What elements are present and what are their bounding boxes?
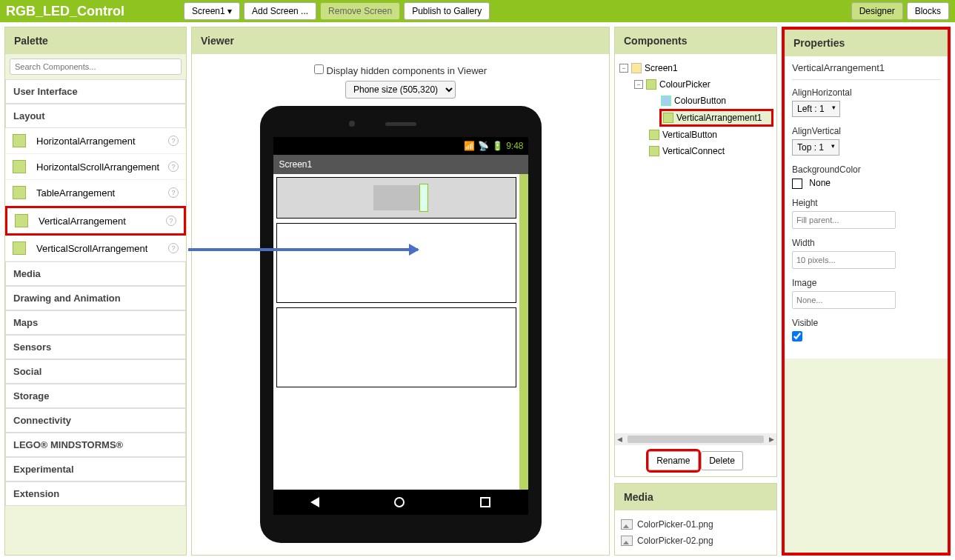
palette-cat-layout[interactable]: Layout (5, 104, 186, 128)
delete-button[interactable]: Delete (701, 451, 743, 470)
screen-main[interactable] (273, 174, 519, 490)
component-buttons: Rename Delete (615, 445, 776, 476)
vertical-arrangement-preview[interactable] (419, 184, 428, 212)
add-screen-button[interactable]: Add Screen ... (244, 2, 316, 20)
rename-button[interactable]: Rename (648, 451, 698, 470)
layout-icon (649, 130, 659, 140)
palette-cat-lego[interactable]: LEGO® MINDSTORMS® (5, 433, 186, 457)
media-panel: Media ColorPicker-01.png ColorPicker-02.… (614, 483, 777, 556)
image-input[interactable] (792, 291, 896, 309)
align-vertical-select[interactable]: Top : 1 (792, 139, 839, 156)
palette-cat-drawing[interactable]: Drawing and Animation (5, 286, 186, 310)
palette-cat-user-interface[interactable]: User Interface (5, 79, 186, 104)
align-horizontal-select[interactable]: Left : 1 (792, 101, 840, 117)
colour-picker-preview[interactable] (276, 177, 516, 219)
media-item[interactable]: ColorPicker-02.png (621, 533, 771, 549)
app-title: RGB_LED_Control (6, 4, 124, 19)
scroll-right-icon[interactable]: ▶ (767, 436, 776, 443)
screen-dropdown[interactable]: Screen1 ▾ (184, 2, 240, 20)
colour-button-preview[interactable] (373, 185, 419, 210)
scroll-left-icon[interactable]: ◀ (615, 436, 625, 443)
scroll-track[interactable] (628, 436, 764, 443)
palette-cat-connectivity[interactable]: Connectivity (5, 408, 186, 433)
blocks-tab[interactable]: Blocks (907, 2, 949, 20)
palette-item-label: VerticalArrangement (39, 216, 126, 227)
screen-icon (631, 63, 642, 73)
tree-vertical-arrangement1[interactable]: VerticalArrangement1 (659, 109, 773, 127)
prop-visible: Visible (792, 318, 940, 344)
designer-tab[interactable]: Designer (851, 2, 903, 20)
palette-cat-experimental[interactable]: Experimental (5, 457, 186, 481)
prop-image: Image (792, 278, 940, 309)
palette-item-table[interactable]: TableArrangement ? (5, 180, 186, 206)
layout-icon (13, 241, 26, 255)
media-list: ColorPicker-01.png ColorPicker-02.png (615, 510, 776, 555)
prop-align-horizontal: AlignHorizontal Left : 1 (792, 87, 940, 117)
tree-hscroll[interactable]: ◀ ▶ (615, 433, 776, 445)
vertical-button-preview[interactable] (276, 223, 516, 303)
status-time: 9:48 (506, 141, 523, 151)
tree-screen1[interactable]: − Screen1 (618, 60, 773, 76)
battery-icon: 🔋 (492, 141, 503, 151)
palette-cat-maps[interactable]: Maps (5, 310, 186, 335)
palette-cat-media[interactable]: Media (5, 261, 186, 286)
collapse-icon[interactable]: − (619, 64, 628, 73)
screen-title-bar: Screen1 (273, 155, 528, 174)
help-icon[interactable]: ? (168, 161, 179, 172)
hidden-components-label[interactable]: Display hidden components in Viewer (314, 65, 487, 76)
visible-checkbox[interactable] (792, 331, 802, 341)
layout-icon (649, 146, 659, 156)
palette-item-horizontal[interactable]: HorizontalArrangement ? (5, 128, 186, 154)
properties-header: Properties (785, 30, 948, 56)
image-icon (621, 536, 633, 546)
properties-body: VerticalArrangement1 AlignHorizontal Lef… (785, 56, 948, 359)
phone-size-select[interactable]: Phone size (505,320) (345, 81, 456, 99)
viewer-controls: Display hidden components in Viewer Phon… (202, 64, 599, 99)
palette-cat-sensors[interactable]: Sensors (5, 335, 186, 359)
collapse-icon[interactable]: − (634, 80, 643, 89)
phone-speaker (385, 122, 416, 126)
screen-side-strip (519, 174, 528, 490)
component-tree[interactable]: − Screen1 − ColourPicker ColourButton Ve… (615, 54, 776, 433)
viewer-panel: Viewer Display hidden components in View… (191, 27, 610, 556)
palette-item-horizontal-scroll[interactable]: HorizontalScrollArrangement ? (5, 154, 186, 180)
tree-colour-button[interactable]: ColourButton (659, 93, 773, 109)
media-item[interactable]: ColorPicker-01.png (621, 516, 771, 533)
home-icon (394, 497, 405, 507)
prop-background-color: BackgroundColor None (792, 164, 940, 189)
palette-cat-extension[interactable]: Extension (5, 481, 186, 506)
palette-cat-storage[interactable]: Storage (5, 384, 186, 408)
vertical-connect-preview[interactable] (276, 307, 516, 387)
palette-item-label: HorizontalArrangement (36, 136, 136, 147)
tree-colour-picker[interactable]: − ColourPicker (633, 76, 773, 93)
phone-screen[interactable]: 📶 📡 🔋 9:48 Screen1 (273, 137, 528, 515)
palette-header: Palette (5, 27, 186, 54)
tree-vertical-connect[interactable]: VerticalConnect (648, 143, 773, 159)
palette-item-vertical-scroll[interactable]: VerticalScrollArrangement ? (5, 236, 186, 261)
remove-screen-button[interactable]: Remove Screen (320, 2, 400, 20)
hidden-components-checkbox[interactable] (314, 64, 324, 74)
background-color-control[interactable]: None (792, 178, 940, 189)
height-input[interactable] (792, 211, 896, 229)
help-icon[interactable]: ? (168, 136, 179, 146)
wifi-icon: 📶 (464, 141, 475, 151)
palette-cat-social[interactable]: Social (5, 359, 186, 384)
top-right-buttons: Designer Blocks (851, 2, 949, 20)
help-icon[interactable]: ? (166, 216, 176, 226)
media-header: Media (615, 484, 776, 510)
layout-icon (13, 160, 26, 173)
components-header: Components (615, 27, 776, 54)
prop-align-vertical: AlignVertical Top : 1 (792, 126, 940, 156)
image-icon (621, 519, 633, 530)
help-icon[interactable]: ? (168, 187, 179, 198)
search-components-input[interactable] (10, 59, 182, 75)
components-panel: Components − Screen1 − ColourPicker Colo… (614, 27, 777, 477)
back-icon (310, 497, 319, 507)
publish-button[interactable]: Publish to Gallery (404, 2, 490, 20)
width-input[interactable] (792, 251, 896, 269)
tree-vertical-button[interactable]: VerticalButton (648, 127, 773, 143)
button-icon (661, 96, 671, 106)
help-icon[interactable]: ? (168, 243, 179, 253)
palette-item-vertical[interactable]: VerticalArrangement ? (5, 206, 186, 236)
screen-body (273, 174, 528, 490)
